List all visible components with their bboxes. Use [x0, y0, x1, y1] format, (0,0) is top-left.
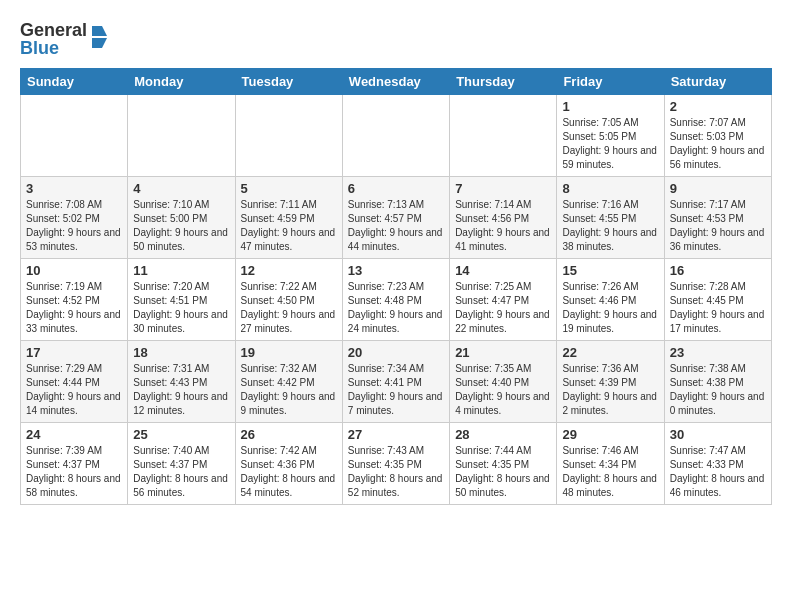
- day-number: 5: [241, 181, 337, 196]
- day-cell: 2Sunrise: 7:07 AM Sunset: 5:03 PM Daylig…: [664, 95, 771, 177]
- day-number: 13: [348, 263, 444, 278]
- day-info: Sunrise: 7:25 AM Sunset: 4:47 PM Dayligh…: [455, 280, 551, 336]
- day-number: 23: [670, 345, 766, 360]
- day-info: Sunrise: 7:38 AM Sunset: 4:38 PM Dayligh…: [670, 362, 766, 418]
- day-number: 8: [562, 181, 658, 196]
- day-cell: 14Sunrise: 7:25 AM Sunset: 4:47 PM Dayli…: [450, 259, 557, 341]
- day-cell: 4Sunrise: 7:10 AM Sunset: 5:00 PM Daylig…: [128, 177, 235, 259]
- day-cell: 7Sunrise: 7:14 AM Sunset: 4:56 PM Daylig…: [450, 177, 557, 259]
- day-info: Sunrise: 7:34 AM Sunset: 4:41 PM Dayligh…: [348, 362, 444, 418]
- day-number: 11: [133, 263, 229, 278]
- day-number: 28: [455, 427, 551, 442]
- day-number: 6: [348, 181, 444, 196]
- day-info: Sunrise: 7:10 AM Sunset: 5:00 PM Dayligh…: [133, 198, 229, 254]
- day-info: Sunrise: 7:14 AM Sunset: 4:56 PM Dayligh…: [455, 198, 551, 254]
- day-info: Sunrise: 7:11 AM Sunset: 4:59 PM Dayligh…: [241, 198, 337, 254]
- day-cell: 16Sunrise: 7:28 AM Sunset: 4:45 PM Dayli…: [664, 259, 771, 341]
- day-cell: 30Sunrise: 7:47 AM Sunset: 4:33 PM Dayli…: [664, 423, 771, 505]
- day-cell: [21, 95, 128, 177]
- day-number: 4: [133, 181, 229, 196]
- day-info: Sunrise: 7:17 AM Sunset: 4:53 PM Dayligh…: [670, 198, 766, 254]
- day-number: 26: [241, 427, 337, 442]
- day-number: 21: [455, 345, 551, 360]
- day-cell: 11Sunrise: 7:20 AM Sunset: 4:51 PM Dayli…: [128, 259, 235, 341]
- day-cell: 24Sunrise: 7:39 AM Sunset: 4:37 PM Dayli…: [21, 423, 128, 505]
- day-info: Sunrise: 7:23 AM Sunset: 4:48 PM Dayligh…: [348, 280, 444, 336]
- day-info: Sunrise: 7:20 AM Sunset: 4:51 PM Dayligh…: [133, 280, 229, 336]
- day-number: 12: [241, 263, 337, 278]
- header-monday: Monday: [128, 69, 235, 95]
- logo: General Blue: [20, 16, 110, 60]
- day-number: 29: [562, 427, 658, 442]
- header-tuesday: Tuesday: [235, 69, 342, 95]
- day-cell: 18Sunrise: 7:31 AM Sunset: 4:43 PM Dayli…: [128, 341, 235, 423]
- svg-text:General: General: [20, 20, 87, 40]
- day-info: Sunrise: 7:40 AM Sunset: 4:37 PM Dayligh…: [133, 444, 229, 500]
- day-cell: 23Sunrise: 7:38 AM Sunset: 4:38 PM Dayli…: [664, 341, 771, 423]
- day-cell: 17Sunrise: 7:29 AM Sunset: 4:44 PM Dayli…: [21, 341, 128, 423]
- day-number: 15: [562, 263, 658, 278]
- day-cell: 8Sunrise: 7:16 AM Sunset: 4:55 PM Daylig…: [557, 177, 664, 259]
- day-number: 14: [455, 263, 551, 278]
- day-info: Sunrise: 7:39 AM Sunset: 4:37 PM Dayligh…: [26, 444, 122, 500]
- day-info: Sunrise: 7:29 AM Sunset: 4:44 PM Dayligh…: [26, 362, 122, 418]
- svg-marker-3: [92, 38, 107, 48]
- calendar: SundayMondayTuesdayWednesdayThursdayFrid…: [20, 68, 772, 505]
- day-number: 24: [26, 427, 122, 442]
- day-cell: [342, 95, 449, 177]
- day-info: Sunrise: 7:46 AM Sunset: 4:34 PM Dayligh…: [562, 444, 658, 500]
- day-cell: [128, 95, 235, 177]
- day-cell: 3Sunrise: 7:08 AM Sunset: 5:02 PM Daylig…: [21, 177, 128, 259]
- svg-text:Blue: Blue: [20, 38, 59, 58]
- week-row-3: 10Sunrise: 7:19 AM Sunset: 4:52 PM Dayli…: [21, 259, 772, 341]
- day-cell: 12Sunrise: 7:22 AM Sunset: 4:50 PM Dayli…: [235, 259, 342, 341]
- day-number: 2: [670, 99, 766, 114]
- day-info: Sunrise: 7:28 AM Sunset: 4:45 PM Dayligh…: [670, 280, 766, 336]
- day-cell: 9Sunrise: 7:17 AM Sunset: 4:53 PM Daylig…: [664, 177, 771, 259]
- day-cell: 19Sunrise: 7:32 AM Sunset: 4:42 PM Dayli…: [235, 341, 342, 423]
- day-info: Sunrise: 7:43 AM Sunset: 4:35 PM Dayligh…: [348, 444, 444, 500]
- day-info: Sunrise: 7:36 AM Sunset: 4:39 PM Dayligh…: [562, 362, 658, 418]
- day-number: 22: [562, 345, 658, 360]
- day-cell: 25Sunrise: 7:40 AM Sunset: 4:37 PM Dayli…: [128, 423, 235, 505]
- day-info: Sunrise: 7:08 AM Sunset: 5:02 PM Dayligh…: [26, 198, 122, 254]
- week-row-5: 24Sunrise: 7:39 AM Sunset: 4:37 PM Dayli…: [21, 423, 772, 505]
- logo-icon: General Blue: [20, 16, 110, 60]
- header-friday: Friday: [557, 69, 664, 95]
- day-info: Sunrise: 7:26 AM Sunset: 4:46 PM Dayligh…: [562, 280, 658, 336]
- svg-marker-2: [92, 26, 107, 36]
- day-cell: 29Sunrise: 7:46 AM Sunset: 4:34 PM Dayli…: [557, 423, 664, 505]
- week-row-1: 1Sunrise: 7:05 AM Sunset: 5:05 PM Daylig…: [21, 95, 772, 177]
- day-number: 1: [562, 99, 658, 114]
- day-number: 9: [670, 181, 766, 196]
- day-cell: [450, 95, 557, 177]
- day-number: 20: [348, 345, 444, 360]
- day-number: 3: [26, 181, 122, 196]
- header-wednesday: Wednesday: [342, 69, 449, 95]
- day-info: Sunrise: 7:32 AM Sunset: 4:42 PM Dayligh…: [241, 362, 337, 418]
- day-cell: 28Sunrise: 7:44 AM Sunset: 4:35 PM Dayli…: [450, 423, 557, 505]
- day-cell: 27Sunrise: 7:43 AM Sunset: 4:35 PM Dayli…: [342, 423, 449, 505]
- day-number: 30: [670, 427, 766, 442]
- day-info: Sunrise: 7:35 AM Sunset: 4:40 PM Dayligh…: [455, 362, 551, 418]
- day-info: Sunrise: 7:22 AM Sunset: 4:50 PM Dayligh…: [241, 280, 337, 336]
- day-info: Sunrise: 7:13 AM Sunset: 4:57 PM Dayligh…: [348, 198, 444, 254]
- day-info: Sunrise: 7:05 AM Sunset: 5:05 PM Dayligh…: [562, 116, 658, 172]
- header-thursday: Thursday: [450, 69, 557, 95]
- day-number: 27: [348, 427, 444, 442]
- day-info: Sunrise: 7:42 AM Sunset: 4:36 PM Dayligh…: [241, 444, 337, 500]
- day-number: 7: [455, 181, 551, 196]
- day-number: 25: [133, 427, 229, 442]
- day-cell: 6Sunrise: 7:13 AM Sunset: 4:57 PM Daylig…: [342, 177, 449, 259]
- day-number: 16: [670, 263, 766, 278]
- day-info: Sunrise: 7:19 AM Sunset: 4:52 PM Dayligh…: [26, 280, 122, 336]
- day-number: 10: [26, 263, 122, 278]
- day-cell: 22Sunrise: 7:36 AM Sunset: 4:39 PM Dayli…: [557, 341, 664, 423]
- day-cell: 26Sunrise: 7:42 AM Sunset: 4:36 PM Dayli…: [235, 423, 342, 505]
- day-cell: 20Sunrise: 7:34 AM Sunset: 4:41 PM Dayli…: [342, 341, 449, 423]
- day-cell: [235, 95, 342, 177]
- day-cell: 10Sunrise: 7:19 AM Sunset: 4:52 PM Dayli…: [21, 259, 128, 341]
- day-cell: 15Sunrise: 7:26 AM Sunset: 4:46 PM Dayli…: [557, 259, 664, 341]
- day-info: Sunrise: 7:31 AM Sunset: 4:43 PM Dayligh…: [133, 362, 229, 418]
- week-row-2: 3Sunrise: 7:08 AM Sunset: 5:02 PM Daylig…: [21, 177, 772, 259]
